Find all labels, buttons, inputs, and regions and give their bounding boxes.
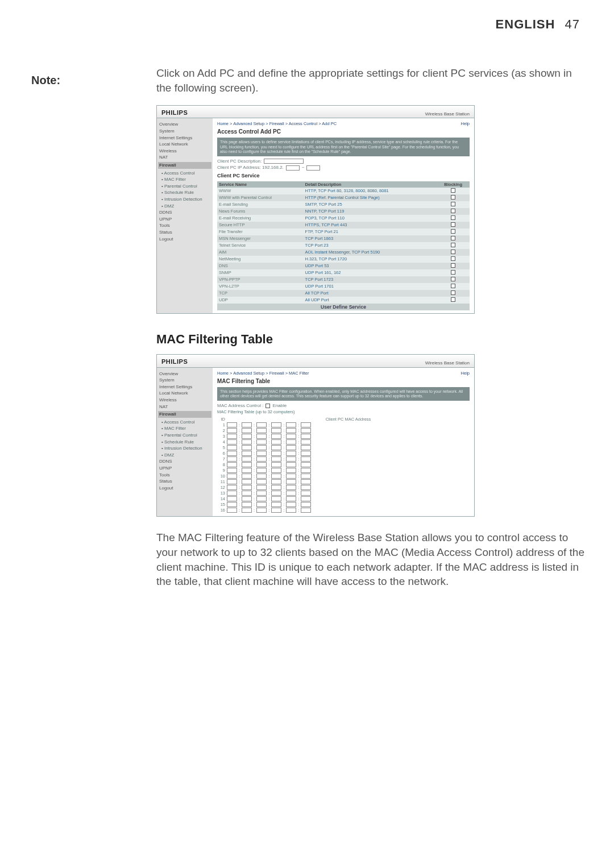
mac-octet-input[interactable] bbox=[227, 462, 237, 467]
mac-octet-input[interactable] bbox=[227, 439, 237, 445]
mac-octet-input[interactable] bbox=[301, 439, 311, 445]
help-link[interactable]: Help bbox=[461, 121, 470, 126]
mac-octet-input[interactable] bbox=[271, 496, 281, 501]
mac-octet-input[interactable] bbox=[301, 508, 311, 513]
mac-octet-input[interactable] bbox=[256, 462, 267, 467]
blocking-checkbox[interactable] bbox=[451, 263, 455, 268]
mac-octet-input[interactable] bbox=[271, 468, 281, 473]
blocking-checkbox[interactable] bbox=[451, 222, 455, 227]
mac-octet-input[interactable] bbox=[256, 434, 267, 439]
enable-checkbox[interactable] bbox=[265, 404, 270, 408]
mac-octet-input[interactable] bbox=[256, 479, 267, 484]
blocking-checkbox[interactable] bbox=[451, 195, 455, 200]
help-link[interactable]: Help bbox=[461, 371, 470, 376]
sidebar-item[interactable]: Firewall bbox=[158, 162, 211, 169]
mac-octet-input[interactable] bbox=[242, 434, 252, 439]
sidebar-item[interactable]: UPNP bbox=[159, 465, 210, 472]
mac-octet-input[interactable] bbox=[271, 479, 281, 484]
mac-octet-input[interactable] bbox=[227, 496, 237, 501]
sidebar-item[interactable]: • DMZ bbox=[159, 203, 210, 210]
mac-octet-input[interactable] bbox=[286, 462, 296, 467]
mac-octet-input[interactable] bbox=[242, 468, 252, 473]
sidebar-item[interactable]: Logout bbox=[159, 485, 210, 492]
sidebar-item[interactable]: • Intrusion Detection bbox=[159, 196, 210, 203]
mac-octet-input[interactable] bbox=[271, 439, 281, 445]
mac-octet-input[interactable] bbox=[301, 502, 311, 507]
mac-octet-input[interactable] bbox=[286, 439, 296, 445]
blocking-checkbox[interactable] bbox=[451, 236, 455, 240]
mac-octet-input[interactable] bbox=[256, 451, 267, 456]
blocking-checkbox[interactable] bbox=[451, 250, 455, 254]
sidebar-item[interactable]: NAT bbox=[159, 404, 210, 410]
sidebar-item[interactable]: • MAC Filter bbox=[159, 425, 210, 432]
mac-octet-input[interactable] bbox=[227, 468, 237, 473]
mac-octet-input[interactable] bbox=[301, 462, 311, 467]
mac-octet-input[interactable] bbox=[271, 456, 281, 462]
mac-octet-input[interactable] bbox=[271, 451, 281, 456]
sidebar-item[interactable]: NAT bbox=[159, 154, 210, 161]
mac-octet-input[interactable] bbox=[286, 502, 296, 507]
mac-octet-input[interactable] bbox=[286, 468, 296, 473]
mac-octet-input[interactable] bbox=[227, 508, 237, 513]
sidebar-item[interactable]: Status bbox=[159, 229, 210, 236]
sidebar-item[interactable]: • DMZ bbox=[159, 452, 210, 459]
blocking-checkbox[interactable] bbox=[451, 202, 455, 206]
sidebar-item[interactable]: Wireless bbox=[159, 397, 210, 404]
sidebar-item[interactable]: Overview bbox=[159, 371, 210, 377]
blocking-checkbox[interactable] bbox=[451, 297, 455, 302]
sidebar-item[interactable]: Tools bbox=[159, 472, 210, 479]
mac-octet-input[interactable] bbox=[227, 485, 237, 490]
mac-octet-input[interactable] bbox=[301, 468, 311, 473]
sidebar-item[interactable]: • Parental Control bbox=[159, 183, 210, 190]
mac-octet-input[interactable] bbox=[301, 479, 311, 484]
blocking-checkbox[interactable] bbox=[451, 209, 455, 213]
mac-octet-input[interactable] bbox=[242, 508, 252, 513]
sidebar-item[interactable]: System bbox=[159, 377, 210, 384]
client-ip-input-end[interactable] bbox=[306, 165, 320, 171]
sidebar-item[interactable]: • Intrusion Detection bbox=[159, 445, 210, 452]
mac-octet-input[interactable] bbox=[301, 445, 311, 450]
blocking-checkbox[interactable] bbox=[451, 229, 455, 234]
mac-octet-input[interactable] bbox=[301, 485, 311, 490]
sidebar-item[interactable]: Logout bbox=[159, 236, 210, 243]
sidebar-item[interactable]: • Access Control bbox=[159, 419, 210, 426]
sidebar-item[interactable]: Overview bbox=[159, 121, 210, 128]
mac-octet-input[interactable] bbox=[242, 422, 252, 427]
mac-octet-input[interactable] bbox=[286, 508, 296, 513]
mac-octet-input[interactable] bbox=[286, 428, 296, 433]
mac-octet-input[interactable] bbox=[301, 422, 311, 427]
mac-octet-input[interactable] bbox=[227, 456, 237, 462]
mac-octet-input[interactable] bbox=[301, 491, 311, 496]
mac-octet-input[interactable] bbox=[286, 445, 296, 450]
mac-octet-input[interactable] bbox=[271, 462, 281, 467]
mac-octet-input[interactable] bbox=[256, 445, 267, 450]
mac-octet-input[interactable] bbox=[286, 474, 296, 479]
mac-octet-input[interactable] bbox=[301, 474, 311, 479]
mac-octet-input[interactable] bbox=[286, 491, 296, 496]
mac-octet-input[interactable] bbox=[271, 491, 281, 496]
mac-octet-input[interactable] bbox=[227, 428, 237, 433]
mac-octet-input[interactable] bbox=[301, 496, 311, 501]
blocking-checkbox[interactable] bbox=[451, 256, 455, 261]
mac-octet-input[interactable] bbox=[271, 502, 281, 507]
mac-octet-input[interactable] bbox=[227, 422, 237, 427]
sidebar-item[interactable]: • MAC Filter bbox=[159, 176, 210, 183]
mac-octet-input[interactable] bbox=[271, 445, 281, 450]
sidebar-item[interactable]: Internet Settings bbox=[159, 384, 210, 391]
sidebar-item[interactable]: Internet Settings bbox=[159, 135, 210, 142]
client-desc-input[interactable] bbox=[264, 159, 304, 164]
mac-octet-input[interactable] bbox=[227, 445, 237, 450]
mac-octet-input[interactable] bbox=[286, 456, 296, 462]
mac-octet-input[interactable] bbox=[301, 434, 311, 439]
mac-octet-input[interactable] bbox=[242, 439, 252, 445]
mac-octet-input[interactable] bbox=[256, 496, 267, 501]
mac-octet-input[interactable] bbox=[242, 496, 252, 501]
mac-octet-input[interactable] bbox=[271, 434, 281, 439]
mac-octet-input[interactable] bbox=[227, 491, 237, 496]
sidebar-item[interactable]: Local Network bbox=[159, 141, 210, 148]
mac-octet-input[interactable] bbox=[242, 451, 252, 456]
mac-octet-input[interactable] bbox=[227, 479, 237, 484]
mac-octet-input[interactable] bbox=[286, 422, 296, 427]
sidebar-item[interactable]: Tools bbox=[159, 222, 210, 229]
mac-octet-input[interactable] bbox=[242, 485, 252, 490]
